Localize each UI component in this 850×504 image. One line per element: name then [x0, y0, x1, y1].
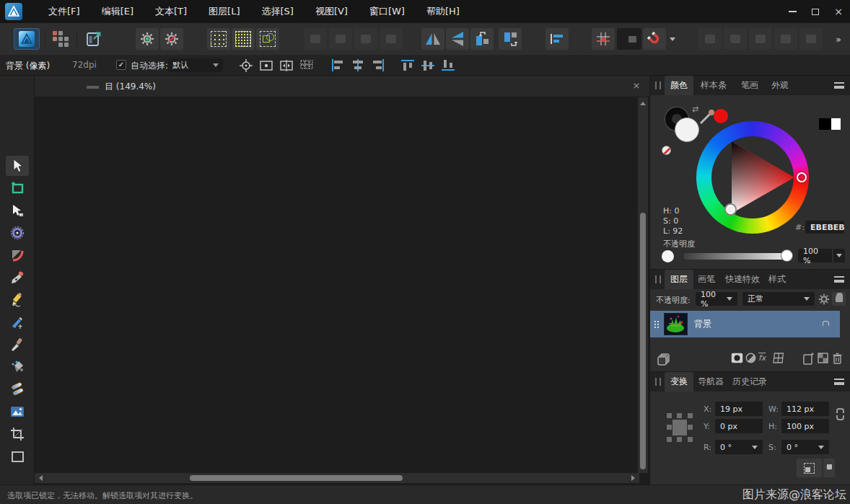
- layer-row[interactable]: 背景: [650, 311, 840, 337]
- blend-options-gear-icon[interactable]: [818, 293, 830, 305]
- menu-view[interactable]: 视图[V]: [304, 5, 359, 18]
- align-left-button[interactable]: [330, 59, 345, 71]
- horizontal-scroll-thumb[interactable]: [190, 475, 403, 481]
- layer-drag-handle[interactable]: [650, 311, 662, 337]
- point-transform-tool[interactable]: [6, 223, 29, 243]
- align-right-button[interactable]: [371, 59, 385, 71]
- rotate-cw-button[interactable]: [499, 28, 522, 50]
- corner-tool[interactable]: [6, 245, 29, 265]
- panel-menu-icon[interactable]: [834, 379, 844, 385]
- knife-tool[interactable]: [6, 335, 29, 355]
- align-center-button[interactable]: [351, 59, 365, 71]
- menu-help[interactable]: 帮助[H]: [416, 5, 470, 18]
- hex-input[interactable]: EBEBEB: [805, 221, 844, 234]
- menu-layer[interactable]: 图层[L]: [198, 5, 250, 18]
- horizontal-scrollbar[interactable]: [35, 473, 639, 483]
- adjustment-layer-button[interactable]: [745, 353, 756, 366]
- pen-tool[interactable]: [6, 268, 29, 288]
- move-whole-pixels-button[interactable]: [256, 28, 279, 50]
- tab-styles[interactable]: 样式: [763, 270, 792, 289]
- panel-grip-icon[interactable]: [655, 378, 661, 386]
- opacity-value[interactable]: 100 %: [798, 249, 832, 262]
- menu-edit[interactable]: 编辑[E]: [91, 5, 144, 18]
- vertical-scrollbar[interactable]: [638, 97, 648, 473]
- document-tab[interactable]: 目 (149.4%): [105, 81, 156, 93]
- sl-triangle[interactable]: [696, 121, 809, 234]
- x-input[interactable]: 19 px: [715, 402, 763, 416]
- align-middle-button[interactable]: [421, 59, 436, 71]
- panel-menu-icon[interactable]: [834, 276, 844, 283]
- show-handles-button[interactable]: [277, 58, 296, 73]
- alignment-button[interactable]: [546, 28, 569, 50]
- y-input[interactable]: 0 px: [715, 419, 763, 433]
- export-persona-button[interactable]: [82, 28, 105, 50]
- tab-layers[interactable]: 图层: [665, 270, 693, 289]
- vector-brush-tool[interactable]: [6, 312, 29, 332]
- tab-appearance[interactable]: 外观: [766, 76, 794, 95]
- s-dropdown[interactable]: 0 °: [781, 440, 829, 454]
- transparency-tool[interactable]: [6, 379, 29, 399]
- flip-vertical-button[interactable]: [446, 28, 469, 50]
- pixel-align-button[interactable]: [207, 28, 230, 50]
- hue-handle[interactable]: [797, 172, 807, 182]
- mask-layer-button[interactable]: [731, 353, 743, 366]
- scroll-left-icon[interactable]: [39, 475, 43, 481]
- flip-horizontal-button[interactable]: [421, 28, 444, 50]
- layer-name[interactable]: 背景: [694, 318, 711, 330]
- force-pixel-align-button[interactable]: [232, 28, 255, 50]
- opacity-slider-track[interactable]: [683, 253, 787, 260]
- scroll-right-icon[interactable]: [631, 475, 635, 481]
- rectangle-tool[interactable]: [6, 446, 29, 467]
- selection-box-button[interactable]: [797, 459, 822, 477]
- layer-effects-button[interactable]: fx: [758, 353, 766, 363]
- pixel-grid-button[interactable]: [297, 58, 316, 73]
- panel-grip-icon[interactable]: [655, 81, 661, 89]
- tab-brushes[interactable]: 画笔: [692, 270, 721, 289]
- add-pixel-layer-button[interactable]: [818, 353, 828, 366]
- sl-handle[interactable]: [726, 205, 735, 214]
- menu-file[interactable]: 文件[F]: [38, 5, 91, 18]
- preferences-button[interactable]: [160, 28, 183, 50]
- window-close-button[interactable]: ×: [827, 0, 850, 23]
- mesh-warp-button[interactable]: [773, 353, 785, 366]
- artboard-tool[interactable]: [6, 178, 29, 198]
- align-top-button[interactable]: [401, 59, 416, 71]
- layer-thumbnail[interactable]: [664, 313, 688, 335]
- blend-mode-dropdown[interactable]: 正常: [742, 292, 815, 306]
- blend-lock-button[interactable]: [832, 292, 846, 306]
- place-image-tool[interactable]: [6, 402, 29, 422]
- tab-close-button[interactable]: ×: [631, 80, 642, 92]
- no-color-icon[interactable]: [662, 146, 671, 155]
- tab-history[interactable]: 历史记录: [727, 372, 773, 392]
- node-tool[interactable]: [6, 200, 29, 221]
- opacity-slider-handle[interactable]: [781, 250, 792, 261]
- tab-navigator[interactable]: 导航器: [692, 372, 729, 392]
- pixel-persona-button[interactable]: [49, 28, 72, 50]
- designer-persona-button[interactable]: [14, 28, 40, 50]
- align-bottom-button[interactable]: [442, 59, 456, 71]
- transform-origin-button[interactable]: [237, 58, 255, 73]
- layers-stack-button[interactable]: [657, 353, 670, 368]
- opacity-chevron[interactable]: [833, 249, 845, 262]
- snapping-button[interactable]: [643, 28, 666, 50]
- auto-select-checkbox[interactable]: ✓: [116, 60, 126, 70]
- canvas-surface[interactable]: [35, 97, 638, 474]
- rotate-ccw-button[interactable]: [470, 28, 494, 50]
- snapping-options-chevron[interactable]: [667, 28, 678, 50]
- opacity-swatch[interactable]: [662, 250, 674, 262]
- vector-crop-tool[interactable]: [6, 424, 29, 444]
- tab-transform[interactable]: 变换: [665, 372, 693, 392]
- document-settings-button[interactable]: [136, 28, 159, 50]
- hide-selection-button[interactable]: [257, 58, 276, 73]
- tab-stroke[interactable]: 笔画: [735, 76, 764, 95]
- tab-swatches[interactable]: 样本条: [695, 76, 732, 95]
- tab-color[interactable]: 颜色: [665, 76, 693, 95]
- menu-window[interactable]: 窗口[W]: [359, 5, 416, 18]
- w-input[interactable]: 112 px: [781, 402, 829, 416]
- h-input[interactable]: 100 px: [781, 419, 829, 433]
- grid-options-button[interactable]: [592, 28, 615, 50]
- panel-menu-icon[interactable]: [834, 82, 844, 89]
- pencil-tool[interactable]: [6, 290, 29, 310]
- menu-text[interactable]: 文本[T]: [144, 5, 198, 18]
- selection-box-chevron[interactable]: [823, 459, 835, 477]
